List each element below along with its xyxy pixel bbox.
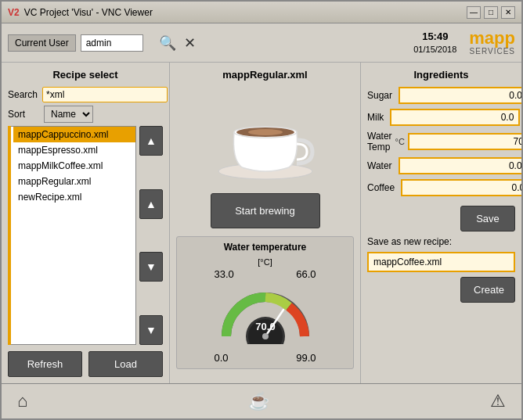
user-input[interactable] [81,34,143,52]
ingredients-title: Ingredients [367,69,515,81]
logo-section: mapp SERVICES [469,30,515,56]
recipe-display-name: mappRegular.xml [222,69,307,81]
save-as-input[interactable] [367,252,515,272]
title-text: VC Project 'Visu' - VNC Viewer [24,7,467,18]
refresh-button[interactable]: Refresh [8,351,82,377]
gauge-label-66: 66.0 [296,268,316,280]
recipe-item[interactable]: mappCappuccino.xml [13,127,135,142]
create-button[interactable]: Create [460,277,515,303]
title-bar: V2 VC Project 'Visu' - VNC Viewer — □ ✕ [2,2,521,23]
list-nav: mappCappuccino.xml mappEspresso.xml mapp… [8,126,163,345]
minimize-button[interactable]: — [467,6,481,19]
save-button[interactable]: Save [460,206,515,232]
ingredient-value-water[interactable] [399,157,521,174]
search-label: Search [8,89,38,100]
brew-button[interactable]: Start brewing [211,193,320,228]
mapp-logo: mapp [469,30,515,47]
ingredient-value-sugar[interactable] [399,87,521,104]
nav-top-button[interactable]: ▲ [139,126,163,156]
current-date: 01/15/2018 [413,44,456,55]
gauge-labels-bottom: 0.0 99.0 [215,352,316,364]
ingredient-name-milk: Milk [367,112,384,123]
load-button[interactable]: Load [88,351,163,377]
right-panel: Ingredients Sugar Milk Water Temp °C [361,63,521,383]
water-temp-title: Water temperature [185,242,345,253]
recipe-list[interactable]: mappCappuccino.xml mappEspresso.xml mapp… [8,126,136,345]
close-button[interactable]: ✕ [501,6,515,19]
ingredient-row-milk: Milk [367,109,515,126]
recipe-item[interactable]: mappRegular.xml [13,174,135,189]
ingredient-value-water-temp[interactable] [408,133,521,150]
window-controls: — □ ✕ [467,6,515,19]
ingredient-name-water: Water [367,160,392,171]
coffee-image [195,85,336,187]
ingredient-unit-water-temp: °C [395,137,405,146]
search-icon[interactable]: 🔍 [159,34,176,52]
gauge-container: [°C] 33.0 66.0 [185,257,345,364]
warning-icon[interactable]: ⚠ [490,391,506,411]
ingredient-value-coffee[interactable] [401,179,521,196]
time-section: 15:49 01/15/2018 [413,31,456,55]
recipe-item[interactable]: mappEspresso.xml [13,142,135,158]
save-as-label: Save as new recipe: [367,236,515,247]
gauge-label-33: 33.0 [215,268,234,280]
recipe-item[interactable]: mappMilkCoffee.xml [13,158,135,174]
search-input[interactable] [42,87,168,102]
main-area: Current User 🔍 ✕ 15:49 01/15/2018 mapp S… [2,23,521,418]
ingredient-name-sugar: Sugar [367,90,392,101]
sort-label: Sort [8,109,39,120]
current-time: 15:49 [413,31,456,44]
mapp-services-label: SERVICES [470,47,515,56]
svg-point-7 [262,333,269,339]
sort-select[interactable]: Name Date [44,106,93,123]
nav-up-button[interactable]: ▲ [139,189,163,219]
center-panel: mappRegular.xml [170,63,361,383]
recipe-item[interactable]: newRecipe.xml [13,189,135,205]
search-row: Search [8,87,163,102]
maximize-button[interactable]: □ [484,6,498,19]
ingredient-row-coffee: Coffee [367,179,515,196]
home-icon[interactable]: ⌂ [17,391,27,411]
gauge-svg: 70.0 [215,282,316,352]
top-bar: Current User 🔍 ✕ 15:49 01/15/2018 mapp S… [2,23,521,63]
svg-text:70.0: 70.0 [255,321,275,332]
ingredient-row-sugar: Sugar [367,87,515,104]
coffee-icon[interactable]: ☕ [248,391,269,411]
sort-row: Sort Name Date [8,106,163,123]
svg-point-3 [248,129,283,135]
content-area: Recipe select Search Sort Name Date mapp… [2,63,521,383]
water-temp-section: Water temperature [°C] 33.0 66.0 [176,236,354,369]
gauge-label-99: 99.0 [296,352,316,364]
nav-bottom-button[interactable]: ▼ [139,315,163,345]
user-label: Current User [8,34,76,52]
settings-icon[interactable]: ✕ [184,34,196,52]
left-panel: Recipe select Search Sort Name Date mapp… [2,63,170,383]
gauge-label-0: 0.0 [215,352,229,364]
user-section: Current User [8,34,143,52]
recipe-select-title: Recipe select [8,69,163,81]
ingredient-row-water: Water [367,157,515,174]
top-bar-icons: 🔍 ✕ [159,34,196,52]
bottom-buttons: Refresh Load [8,351,163,377]
bottom-bar: ⌂ ☕ ⚠ [2,383,521,418]
gauge-labels-top: 33.0 66.0 [215,268,316,280]
gauge-unit: [°C] [185,257,345,267]
ingredient-name-water-temp: Water Temp [367,131,392,153]
ingredient-name-coffee: Coffee [367,182,395,193]
nav-buttons: ▲ ▲ ▼ ▼ [139,126,163,345]
ingredient-value-milk[interactable] [390,109,520,126]
nav-down-button[interactable]: ▼ [139,252,163,282]
app-logo: V2 [8,7,20,18]
ingredient-row-water-temp: Water Temp °C [367,131,515,153]
